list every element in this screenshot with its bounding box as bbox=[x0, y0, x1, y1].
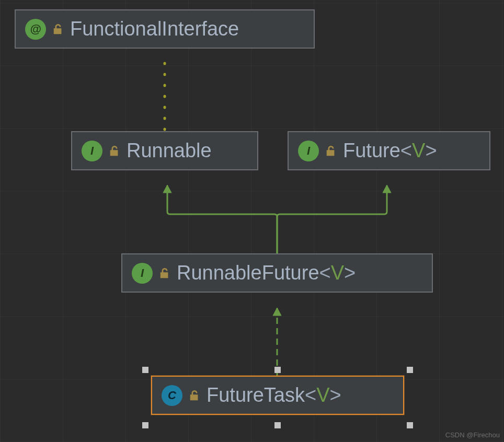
watermark-text: CSDN @Firechou bbox=[445, 431, 500, 439]
class-kind-badge: C bbox=[162, 385, 182, 406]
node-label: Runnable bbox=[127, 139, 212, 162]
lock-icon bbox=[189, 390, 200, 401]
class-node-runnable-future[interactable]: I RunnableFuture<V> bbox=[121, 253, 433, 293]
annotation-kind-badge: @ bbox=[25, 19, 46, 40]
resize-handle[interactable] bbox=[407, 422, 413, 428]
lock-icon bbox=[52, 24, 64, 35]
node-label: RunnableFuture<V> bbox=[177, 262, 356, 284]
node-label: FutureTask<V> bbox=[207, 384, 341, 406]
class-node-runnable[interactable]: I Runnable bbox=[71, 131, 258, 170]
interface-kind-badge: I bbox=[298, 141, 319, 161]
class-node-future-task[interactable]: C FutureTask<V> bbox=[151, 376, 404, 415]
resize-handle[interactable] bbox=[407, 367, 413, 373]
resize-handle[interactable] bbox=[274, 422, 281, 428]
interface-kind-badge: I bbox=[82, 141, 102, 161]
class-node-future[interactable]: I Future<V> bbox=[288, 131, 490, 170]
node-label: FunctionalInterface bbox=[70, 18, 239, 40]
lock-icon bbox=[159, 267, 170, 279]
resize-handle[interactable] bbox=[274, 367, 281, 373]
resize-handle[interactable] bbox=[142, 367, 148, 373]
interface-kind-badge: I bbox=[132, 263, 153, 284]
class-node-functional-interface[interactable]: @ FunctionalInterface bbox=[15, 9, 315, 49]
lock-icon bbox=[109, 145, 120, 157]
node-label: Future<V> bbox=[343, 139, 437, 162]
resize-handle[interactable] bbox=[142, 422, 148, 428]
lock-icon bbox=[325, 145, 337, 157]
